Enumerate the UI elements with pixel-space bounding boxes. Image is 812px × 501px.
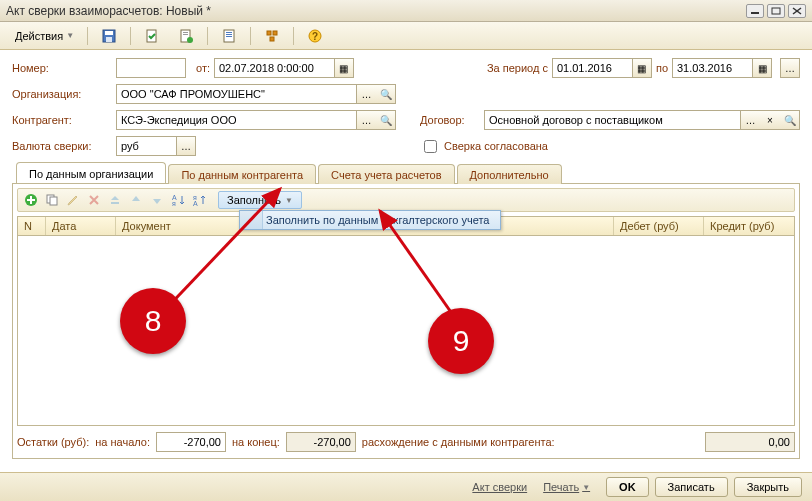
copy-row-button[interactable] xyxy=(43,191,61,209)
print-menu[interactable]: Печать ▼ xyxy=(543,481,590,493)
svg-rect-7 xyxy=(147,30,156,42)
document-posted-icon xyxy=(178,28,194,44)
contract-select-button[interactable]: … xyxy=(740,110,760,130)
period-end-picker[interactable]: ▦ xyxy=(752,58,772,78)
tab-org[interactable]: По данным организации xyxy=(16,162,166,183)
period-start-picker[interactable]: ▦ xyxy=(632,58,652,78)
svg-rect-13 xyxy=(226,32,232,33)
label-divergence: расхождение с данными контрагента: xyxy=(362,436,555,448)
summary-row: Остатки (руб): на начало: на конец: расх… xyxy=(17,432,795,452)
annotation-8: 8 xyxy=(120,288,186,354)
ellipsis-icon: … xyxy=(785,63,795,74)
label-rest-begin: на начало: xyxy=(95,436,150,448)
label-from: от: xyxy=(196,62,210,74)
fill-label: Заполнить xyxy=(227,194,281,206)
currency-select-button[interactable]: … xyxy=(176,136,196,156)
tab-counterparty[interactable]: По данным контрагента xyxy=(168,164,316,184)
fill-menu-item-accounting[interactable]: Заполнить по данным бухгалтерского учета xyxy=(266,214,492,226)
label-org: Организация: xyxy=(12,88,112,100)
rest-begin-value[interactable] xyxy=(156,432,226,452)
period-start-input[interactable] xyxy=(552,58,632,78)
svg-rect-10 xyxy=(183,34,188,35)
delete-row-button[interactable] xyxy=(85,191,103,209)
window-titlebar: Акт сверки взаиморасчетов: Новый * xyxy=(0,0,812,22)
close-form-button[interactable]: Закрыть xyxy=(734,477,802,497)
label-period-from: За период с xyxy=(487,62,548,74)
svg-rect-5 xyxy=(105,31,113,35)
posted-icon-button[interactable] xyxy=(171,25,201,47)
separator xyxy=(250,27,251,45)
sort-asc-button[interactable]: Aя xyxy=(169,191,187,209)
close-button[interactable] xyxy=(788,4,806,18)
label-period-to: по xyxy=(656,62,668,74)
save-icon-button[interactable] xyxy=(94,25,124,47)
chevron-down-icon: ▼ xyxy=(66,31,74,40)
org-select-button[interactable]: … xyxy=(356,84,376,104)
date-picker-button[interactable]: ▦ xyxy=(334,58,354,78)
svg-rect-16 xyxy=(267,31,271,35)
ellipsis-icon: … xyxy=(181,141,191,152)
contract-input[interactable] xyxy=(484,110,740,130)
separator xyxy=(293,27,294,45)
structure-icon xyxy=(264,28,280,44)
col-n[interactable]: N xyxy=(18,217,46,235)
magnifier-icon: 🔍 xyxy=(380,115,392,126)
label-currency: Валюта сверки: xyxy=(12,140,112,152)
chevron-down-icon: ▼ xyxy=(582,483,590,492)
sort-desc-button[interactable]: яA xyxy=(190,191,208,209)
annotation-9: 9 xyxy=(428,308,494,374)
edit-row-button[interactable] xyxy=(64,191,82,209)
move-up-button[interactable] xyxy=(127,191,145,209)
svg-rect-18 xyxy=(270,37,274,41)
counterparty-open-button[interactable]: 🔍 xyxy=(376,110,396,130)
svg-text:A: A xyxy=(193,200,198,207)
period-end-input[interactable] xyxy=(672,58,752,78)
svg-rect-1 xyxy=(772,8,780,14)
svg-rect-6 xyxy=(106,37,112,42)
move-up-first-button[interactable] xyxy=(106,191,124,209)
col-date[interactable]: Дата xyxy=(46,217,116,235)
tab-extra[interactable]: Дополнительно xyxy=(457,164,562,184)
add-row-button[interactable] xyxy=(22,191,40,209)
svg-rect-17 xyxy=(273,31,277,35)
period-select-button[interactable]: … xyxy=(780,58,800,78)
currency-input[interactable] xyxy=(116,136,176,156)
date-input[interactable] xyxy=(214,58,334,78)
contract-clear-button[interactable]: × xyxy=(760,110,780,130)
agreed-checkbox-wrap[interactable]: Сверка согласована xyxy=(420,137,548,156)
minimize-button[interactable] xyxy=(746,4,764,18)
ok-button[interactable]: OK xyxy=(606,477,649,497)
svg-rect-9 xyxy=(183,32,188,33)
ellipsis-icon: … xyxy=(362,115,372,126)
act-link[interactable]: Акт сверки xyxy=(472,481,527,493)
clear-icon: × xyxy=(767,115,773,126)
help-icon-button[interactable]: ? xyxy=(300,25,330,47)
maximize-button[interactable] xyxy=(767,4,785,18)
fill-button[interactable]: Заполнить ▼ xyxy=(218,191,302,209)
agreed-checkbox[interactable] xyxy=(424,140,437,153)
actions-menu[interactable]: Действия ▼ xyxy=(8,27,81,45)
number-input[interactable] xyxy=(116,58,186,78)
tab-accounts[interactable]: Счета учета расчетов xyxy=(318,164,454,184)
label-agreed: Сверка согласована xyxy=(444,140,548,152)
main-toolbar: Действия ▼ ? xyxy=(0,22,812,50)
save-button[interactable]: Записать xyxy=(655,477,728,497)
move-down-button[interactable] xyxy=(148,191,166,209)
properties-icon-button[interactable] xyxy=(257,25,287,47)
post-icon-button[interactable] xyxy=(137,25,167,47)
org-input[interactable] xyxy=(116,84,356,104)
calendar-icon: ▦ xyxy=(339,63,348,74)
window-title: Акт сверки взаиморасчетов: Новый * xyxy=(6,4,743,18)
counterparty-select-button[interactable]: … xyxy=(356,110,376,130)
form-area: Номер: от: ▦ За период с ▦ по ▦ … Органи… xyxy=(0,50,812,465)
label-rest: Остатки (руб): xyxy=(17,436,89,448)
contract-open-button[interactable]: 🔍 xyxy=(780,110,800,130)
floppy-icon xyxy=(101,28,117,44)
org-open-button[interactable]: 🔍 xyxy=(376,84,396,104)
counterparty-input[interactable] xyxy=(116,110,356,130)
print-label: Печать xyxy=(543,481,579,493)
label-contract: Договор: xyxy=(420,114,480,126)
col-debit[interactable]: Дебет (руб) xyxy=(614,217,704,235)
report-icon-button[interactable] xyxy=(214,25,244,47)
col-credit[interactable]: Кредит (руб) xyxy=(704,217,794,235)
